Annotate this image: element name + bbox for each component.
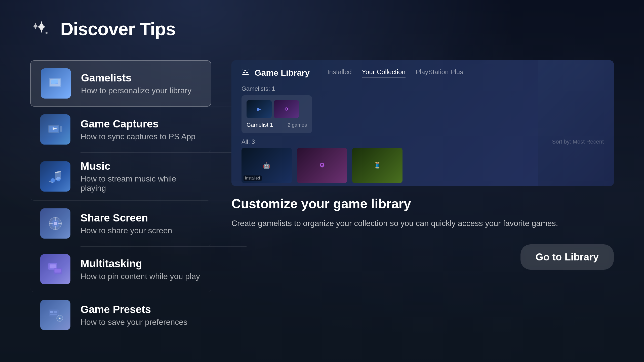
bg-character [538,60,614,186]
tip-text-gamelists: Gamelists How to personalize your librar… [81,72,191,95]
game-card-astro: 🤖 Installed [242,148,292,183]
tip-desc-gamelists: How to personalize your library [81,86,191,95]
tip-text-game-captures: Game Captures How to sync captures to PS… [80,118,195,141]
library-tabs: Installed Your Collection PlayStation Pl… [327,68,463,77]
svg-rect-21 [50,311,53,313]
gamelist-card: ▶ ⚙ Gamelist 1 2 games [242,95,312,133]
preview-ui: Game Library Installed Your Collection P… [231,60,614,186]
tip-icon-presets [40,300,70,330]
tip-icon-sharescreen [40,208,70,239]
tip-name-game-captures: Game Captures [80,118,195,130]
tip-text-share-screen: Share Screen How to share your screen [80,212,172,235]
go-to-library-button[interactable]: Go to Library [520,244,614,270]
tip-name-game-presets: Game Presets [80,303,187,315]
tip-desc-multitasking: How to pin content while you play [80,272,200,281]
detail-body: Create gamelists to organize your collec… [231,217,614,229]
tip-desc-share-screen: How to share your screen [80,226,172,235]
discover-tips-page: Discover Tips Gamelists How to [0,0,644,362]
tip-item-game-presets[interactable]: Game Presets How to save your preference… [30,292,211,338]
tip-desc-music: How to stream music while playing [80,174,201,193]
page-header: Discover Tips [30,18,614,40]
tip-desc-game-presets: How to save your preferences [80,318,187,327]
page-title: Discover Tips [60,19,176,39]
gamelist-count: 2 games [288,122,307,128]
svg-point-0 [46,32,48,34]
detail-description: Customize your game library Create gamel… [231,196,614,229]
tip-item-share-screen[interactable]: Share Screen How to share your screen [30,201,211,246]
ratchet-cover: ⚙ [297,148,347,183]
tips-list: Gamelists How to personalize your librar… [30,60,211,347]
tip-item-multitasking[interactable]: Multitasking How to pin content while yo… [30,247,211,292]
tip-icon-gamelists [41,68,71,99]
detail-action: Go to Library [520,244,614,270]
game-card-ratchet: ⚙ [297,148,347,183]
tip-icon-music [40,161,70,192]
tip-item-gamelists[interactable]: Gamelists How to personalize your librar… [30,60,211,107]
svg-point-26 [243,72,245,74]
tip-item-music[interactable]: Music How to stream music while playing [30,153,211,201]
thumb-ratchet: ⚙ [274,100,299,118]
svg-rect-19 [55,269,61,273]
svg-point-27 [246,72,248,74]
tab-playstation-plus: PlayStation Plus [416,68,463,77]
tip-icon-captures [40,114,70,145]
gamelist-thumbnails: ▶ ⚙ [247,100,307,118]
tip-text-game-presets: Game Presets How to save your preference… [80,303,187,327]
svg-rect-17 [50,264,56,268]
tip-name-gamelists: Gamelists [81,72,191,84]
preview-container: Game Library Installed Your Collection P… [231,60,614,186]
svg-rect-22 [54,311,57,313]
detail-title: Customize your game library [231,196,614,211]
installed-badge: Installed [244,175,262,181]
sackboy-cover: 🧵 [352,148,403,183]
tip-desc-game-captures: How to sync captures to PS App [80,132,195,141]
game-card-sackboy: 🧵 [352,148,403,183]
main-content: Gamelists How to personalize your librar… [30,60,614,347]
tip-name-share-screen: Share Screen [80,212,172,224]
tip-text-music: Music How to stream music while playing [80,160,201,193]
tip-name-multitasking: Multitasking [80,258,200,270]
tip-item-game-captures[interactable]: Game Captures How to sync captures to PS… [30,107,211,152]
svg-point-15 [54,222,57,225]
svg-rect-20 [49,309,59,316]
svg-rect-23 [50,314,57,315]
thumb-astro: ▶ [247,100,272,118]
tip-name-music: Music [80,160,201,172]
gamelist-name: Gamelist 1 2 games [247,122,307,128]
tip-icon-multitasking [40,254,70,284]
tab-your-collection: Your Collection [362,68,406,77]
tab-installed: Installed [327,68,352,77]
library-icon [242,68,250,78]
all-count: All: 3 [242,138,255,145]
sparkle-icon [30,18,53,40]
detail-panel: Game Library Installed Your Collection P… [231,60,614,347]
tip-text-multitasking: Multitasking How to pin content while yo… [80,258,200,281]
library-title: Game Library [255,68,310,78]
